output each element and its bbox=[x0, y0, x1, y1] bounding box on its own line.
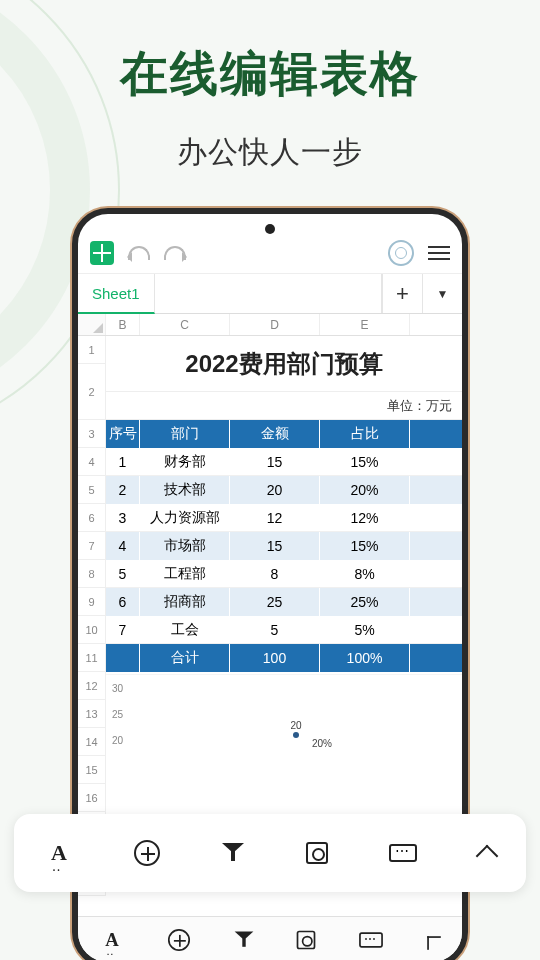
table-row[interactable]: 序号部门金额占比 bbox=[106, 420, 462, 448]
avatar-icon[interactable] bbox=[388, 240, 414, 266]
row-8[interactable]: 8 bbox=[78, 560, 106, 588]
floating-toolbar: A bbox=[14, 814, 526, 892]
doc-title-cell[interactable]: 2022费用部门预算 bbox=[106, 336, 462, 392]
cell[interactable]: 20 bbox=[230, 476, 320, 504]
row-7[interactable]: 7 bbox=[78, 532, 106, 560]
cell[interactable]: 部门 bbox=[140, 420, 230, 448]
table-row[interactable]: 4市场部1515% bbox=[106, 532, 462, 560]
col-C[interactable]: C bbox=[140, 314, 230, 335]
camera-notch bbox=[265, 224, 275, 234]
cell[interactable]: 招商部 bbox=[140, 588, 230, 616]
cell[interactable]: 工程部 bbox=[140, 560, 230, 587]
col-D[interactable]: D bbox=[230, 314, 320, 335]
cell[interactable]: 12 bbox=[230, 504, 320, 531]
cell[interactable]: 占比 bbox=[320, 420, 410, 448]
table-row[interactable]: 合计100100% bbox=[106, 644, 462, 672]
chart[interactable]: 3025202020% bbox=[106, 674, 462, 794]
cell[interactable] bbox=[106, 644, 140, 672]
cell[interactable]: 7 bbox=[106, 616, 140, 643]
undo-icon[interactable] bbox=[128, 246, 150, 260]
row-3[interactable]: 3 bbox=[78, 420, 106, 448]
cell[interactable]: 6 bbox=[106, 588, 140, 616]
cell[interactable]: 15% bbox=[320, 532, 410, 560]
unit-cell[interactable]: 单位：万元 bbox=[106, 392, 462, 420]
row-2[interactable]: 2 bbox=[78, 364, 106, 420]
cell[interactable]: 25% bbox=[320, 588, 410, 616]
cell[interactable]: 100% bbox=[320, 644, 410, 672]
row-11[interactable]: 11 bbox=[78, 644, 106, 672]
row-9[interactable]: 9 bbox=[78, 588, 106, 616]
cell[interactable]: 2 bbox=[106, 476, 140, 504]
menu-icon[interactable] bbox=[428, 246, 450, 260]
cell[interactable]: 20% bbox=[320, 476, 410, 504]
sheet-tab-blank[interactable] bbox=[155, 274, 382, 313]
filter-button[interactable] bbox=[222, 843, 244, 863]
y-tick: 20 bbox=[112, 735, 123, 746]
redo-icon[interactable] bbox=[164, 246, 186, 260]
row-4[interactable]: 4 bbox=[78, 448, 106, 476]
sheet-tab-active[interactable]: Sheet1 bbox=[78, 274, 155, 314]
find-button[interactable] bbox=[306, 842, 328, 864]
cell[interactable]: 15 bbox=[230, 448, 320, 475]
cell[interactable]: 25 bbox=[230, 588, 320, 616]
cell[interactable]: 8 bbox=[230, 560, 320, 587]
cell[interactable]: 15% bbox=[320, 448, 410, 475]
insert-button[interactable] bbox=[134, 840, 160, 866]
chart-pct-label: 20% bbox=[312, 738, 332, 749]
format-icon[interactable]: A bbox=[100, 928, 124, 952]
cell[interactable]: 市场部 bbox=[140, 532, 230, 560]
keyboard-button[interactable] bbox=[389, 844, 417, 862]
table-row[interactable]: 1财务部1515% bbox=[106, 448, 462, 476]
row-16[interactable]: 16 bbox=[78, 784, 106, 812]
row-13[interactable]: 13 bbox=[78, 700, 106, 728]
row-1[interactable]: 1 bbox=[78, 336, 106, 364]
cell[interactable]: 财务部 bbox=[140, 448, 230, 475]
cell[interactable]: 4 bbox=[106, 532, 140, 560]
table-row[interactable]: 3人力资源部1212% bbox=[106, 504, 462, 532]
table-row[interactable]: 2技术部2020% bbox=[106, 476, 462, 504]
filter-icon[interactable] bbox=[234, 931, 253, 948]
expand-up-icon[interactable] bbox=[427, 936, 441, 950]
add-sheet-button[interactable]: + bbox=[382, 274, 422, 313]
find-icon[interactable] bbox=[297, 930, 316, 949]
table-row[interactable]: 6招商部2525% bbox=[106, 588, 462, 616]
cell[interactable]: 15 bbox=[230, 532, 320, 560]
cell[interactable]: 1 bbox=[106, 448, 140, 475]
row-10[interactable]: 10 bbox=[78, 616, 106, 644]
cell[interactable]: 金额 bbox=[230, 420, 320, 448]
chart-point bbox=[293, 732, 299, 738]
cell[interactable]: 100 bbox=[230, 644, 320, 672]
cell[interactable]: 人力资源部 bbox=[140, 504, 230, 531]
y-tick: 30 bbox=[112, 683, 123, 694]
cell[interactable]: 3 bbox=[106, 504, 140, 531]
cells: 2022费用部门预算 单位：万元 序号部门金额占比1财务部1515%2技术部20… bbox=[106, 336, 462, 896]
insert-icon[interactable] bbox=[168, 928, 190, 950]
cell[interactable]: 合计 bbox=[140, 644, 230, 672]
row-12[interactable]: 12 bbox=[78, 672, 106, 700]
row-14[interactable]: 14 bbox=[78, 728, 106, 756]
cell[interactable]: 12% bbox=[320, 504, 410, 531]
col-E[interactable]: E bbox=[320, 314, 410, 335]
hero-subtitle: 办公快人一步 bbox=[0, 132, 540, 173]
select-all-corner[interactable] bbox=[78, 314, 106, 335]
sheet-dropdown-icon[interactable]: ▼ bbox=[422, 274, 462, 313]
phone-bottom-toolbar: A bbox=[78, 916, 462, 960]
col-B[interactable]: B bbox=[106, 314, 140, 335]
cell[interactable]: 5 bbox=[230, 616, 320, 643]
keyboard-icon[interactable] bbox=[360, 932, 384, 947]
app-toolbar bbox=[78, 232, 462, 274]
cell[interactable]: 序号 bbox=[106, 420, 140, 448]
format-button[interactable]: A bbox=[45, 839, 73, 867]
row-5[interactable]: 5 bbox=[78, 476, 106, 504]
row-6[interactable]: 6 bbox=[78, 504, 106, 532]
cell[interactable]: 技术部 bbox=[140, 476, 230, 504]
cell[interactable]: 5 bbox=[106, 560, 140, 587]
expand-button[interactable] bbox=[476, 845, 499, 868]
row-15[interactable]: 15 bbox=[78, 756, 106, 784]
cell[interactable]: 8% bbox=[320, 560, 410, 587]
cell[interactable]: 5% bbox=[320, 616, 410, 643]
app-grid-icon[interactable] bbox=[90, 241, 114, 265]
cell[interactable]: 工会 bbox=[140, 616, 230, 643]
table-row[interactable]: 7工会55% bbox=[106, 616, 462, 644]
table-row[interactable]: 5工程部88% bbox=[106, 560, 462, 588]
